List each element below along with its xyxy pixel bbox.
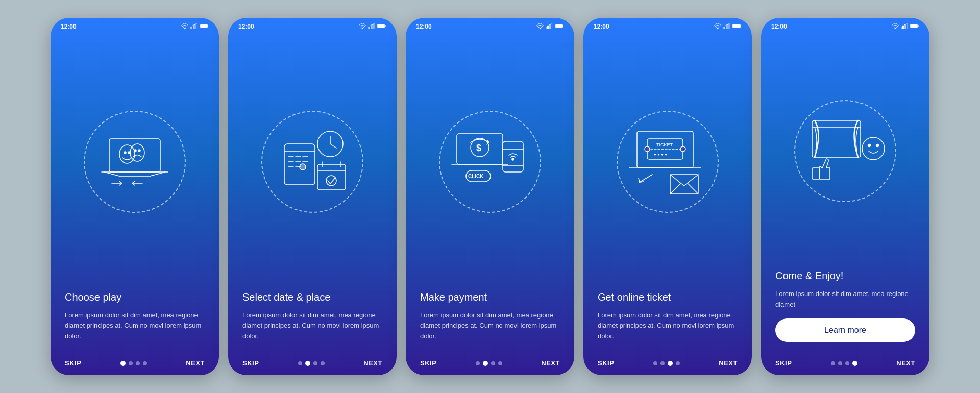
svg-rect-89 bbox=[812, 120, 861, 157]
svg-point-0 bbox=[184, 28, 185, 29]
phone-body-5: Lorem ipsum dolor sit dim amet, mea regi… bbox=[775, 289, 915, 310]
dot-3-3 bbox=[491, 361, 495, 365]
svg-point-74 bbox=[645, 146, 650, 152]
status-bar-5: 12:00 bbox=[761, 18, 929, 32]
svg-point-40 bbox=[300, 164, 306, 170]
dot-5-1 bbox=[831, 361, 835, 365]
svg-point-92 bbox=[868, 144, 871, 147]
svg-point-93 bbox=[876, 144, 879, 147]
svg-point-12 bbox=[119, 145, 135, 163]
dot-1-2 bbox=[129, 361, 133, 365]
dot-1-3 bbox=[136, 361, 140, 365]
next-button-5[interactable]: NEXT bbox=[896, 359, 915, 367]
skip-button-4[interactable]: SKIP bbox=[598, 359, 614, 367]
skip-button-1[interactable]: SKIP bbox=[65, 359, 81, 367]
signal-icon-2 bbox=[368, 23, 375, 30]
illustration-5 bbox=[761, 32, 929, 270]
dashed-circle-1 bbox=[84, 111, 186, 213]
phone-5: 12:00 bbox=[761, 18, 929, 375]
dot-2-4 bbox=[321, 361, 325, 365]
dot-2-3 bbox=[313, 361, 317, 365]
dot-4-4 bbox=[676, 361, 680, 365]
svg-rect-48 bbox=[548, 26, 549, 29]
svg-point-46 bbox=[540, 28, 541, 29]
next-button-4[interactable]: NEXT bbox=[719, 359, 738, 367]
dot-4-3 bbox=[668, 361, 673, 366]
svg-point-20 bbox=[362, 28, 363, 29]
svg-point-60 bbox=[512, 158, 514, 160]
nav-bar-4: SKIP NEXT bbox=[583, 355, 752, 375]
svg-rect-49 bbox=[549, 24, 550, 29]
skip-button-5[interactable]: SKIP bbox=[775, 359, 792, 367]
status-icons-5 bbox=[892, 23, 919, 30]
wifi-icon-3 bbox=[536, 23, 544, 30]
illustration-1 bbox=[51, 32, 219, 291]
nav-dots-2 bbox=[298, 361, 325, 366]
svg-rect-6 bbox=[201, 25, 207, 28]
dot-5-3 bbox=[845, 361, 849, 365]
phone-body-3: Lorem ipsum dolor sit dim amet, mea regi… bbox=[420, 310, 560, 342]
learn-more-button[interactable]: Learn more bbox=[775, 318, 915, 342]
svg-rect-65 bbox=[725, 26, 726, 29]
dot-2-2 bbox=[305, 361, 310, 366]
skip-button-2[interactable]: SKIP bbox=[242, 359, 259, 367]
dashed-circle-2 bbox=[261, 111, 363, 213]
skip-button-3[interactable]: SKIP bbox=[420, 359, 436, 367]
svg-point-75 bbox=[680, 146, 685, 152]
phone-title-5: Come & Enjoy! bbox=[775, 270, 915, 282]
dot-3-4 bbox=[498, 361, 502, 365]
battery-icon-1 bbox=[200, 23, 209, 30]
dashed-circle-5 bbox=[794, 100, 896, 202]
svg-rect-57 bbox=[503, 141, 523, 172]
svg-rect-69 bbox=[733, 25, 740, 28]
status-icons-2 bbox=[359, 23, 386, 30]
phone-1: 12:00 bbox=[51, 18, 219, 375]
battery-icon-5 bbox=[910, 23, 919, 30]
dashed-circle-3: $ CLICK bbox=[439, 111, 541, 213]
wifi-icon-4 bbox=[714, 23, 721, 30]
next-button-3[interactable]: NEXT bbox=[541, 359, 560, 367]
svg-rect-1 bbox=[190, 27, 191, 29]
battery-icon-4 bbox=[732, 23, 742, 30]
svg-point-91 bbox=[862, 137, 885, 160]
dot-2-1 bbox=[298, 361, 302, 365]
svg-text:CLICK: CLICK bbox=[468, 174, 484, 179]
svg-rect-21 bbox=[368, 27, 369, 29]
phone-body-1: Lorem ipsum dolor sit dim amet, mea regi… bbox=[65, 310, 205, 342]
wifi-icon-5 bbox=[892, 23, 899, 30]
svg-rect-64 bbox=[723, 27, 724, 29]
status-icons-4 bbox=[714, 23, 742, 30]
status-bar-1: 12:00 bbox=[51, 18, 219, 32]
svg-rect-22 bbox=[370, 26, 371, 29]
nav-dots-1 bbox=[120, 361, 147, 366]
signal-icon-3 bbox=[546, 23, 553, 30]
dot-3-2 bbox=[483, 361, 488, 366]
next-button-2[interactable]: NEXT bbox=[363, 359, 382, 367]
phone-title-2: Select date & place bbox=[242, 291, 382, 303]
status-time-2: 12:00 bbox=[238, 23, 254, 30]
signal-icon-5 bbox=[901, 23, 908, 30]
phone-3: 12:00 bbox=[406, 18, 574, 375]
dot-1-4 bbox=[143, 361, 147, 365]
dot-5-4 bbox=[852, 361, 857, 366]
dot-4-2 bbox=[660, 361, 665, 365]
svg-point-13 bbox=[124, 152, 126, 154]
svg-text:TICKET: TICKET bbox=[656, 142, 673, 148]
status-time-3: 12:00 bbox=[416, 23, 432, 30]
wifi-icon-2 bbox=[359, 23, 366, 30]
svg-line-78 bbox=[640, 175, 652, 182]
phone-content-2: Select date & place Lorem ipsum dolor si… bbox=[228, 291, 397, 355]
svg-point-63 bbox=[717, 28, 718, 29]
next-button-1[interactable]: NEXT bbox=[186, 359, 205, 367]
dot-4-1 bbox=[653, 361, 657, 365]
nav-dots-5 bbox=[831, 361, 857, 366]
nav-bar-5: SKIP NEXT bbox=[761, 355, 929, 375]
svg-rect-24 bbox=[374, 23, 375, 29]
svg-point-17 bbox=[138, 150, 140, 152]
svg-rect-2 bbox=[192, 26, 193, 29]
phone-content-3: Make payment Lorem ipsum dolor sit dim a… bbox=[406, 291, 574, 355]
svg-line-80 bbox=[670, 184, 680, 194]
battery-icon-3 bbox=[555, 23, 564, 30]
nav-dots-4 bbox=[653, 361, 680, 366]
svg-text:$: $ bbox=[476, 143, 481, 153]
